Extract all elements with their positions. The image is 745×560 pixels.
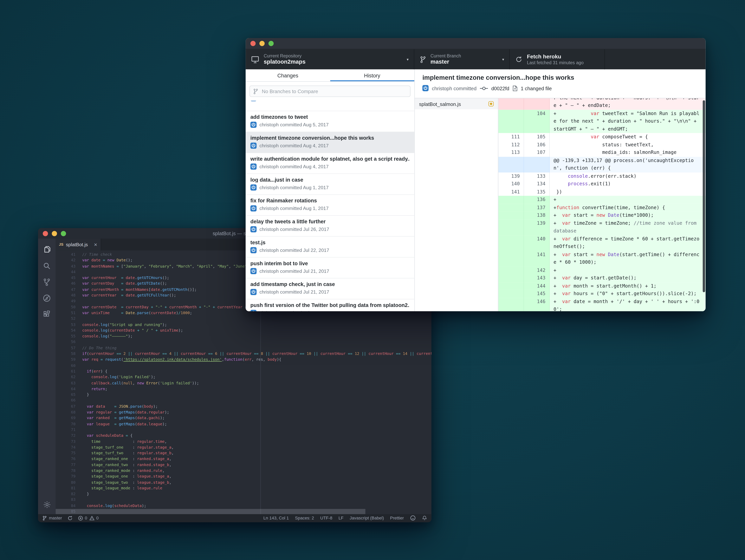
repository-label: Current Repository: [264, 53, 305, 59]
code-line: 55console.log("——————");: [56, 334, 431, 340]
code-line: 62 console.log('Login Failed');: [56, 374, 431, 380]
status-branch[interactable]: master: [42, 516, 62, 521]
commit-row[interactable]: add timestamp check, just in casechristo…: [246, 278, 414, 300]
tab-changes[interactable]: Changes: [246, 69, 330, 81]
modified-file-icon: [488, 101, 494, 106]
tab-history[interactable]: History: [330, 69, 414, 81]
line-number: 51: [56, 310, 82, 316]
diff-row: e + " – " + endDate;: [498, 102, 706, 110]
commit-row[interactable]: push interim bot to livechristoph commit…: [246, 257, 414, 278]
diff-row: 144+ var month = start.getMonth() + 1;: [498, 282, 706, 290]
code-line: 63 callback.call(null, new Error('Login …: [56, 380, 431, 386]
old-line-number: [498, 235, 524, 251]
history-panel: Changes History christoph committed Aug …: [246, 69, 415, 311]
old-line-number: 111: [498, 133, 524, 141]
vertical-scrollbar[interactable]: [703, 100, 705, 292]
desktop: splatBot.js — splato: [0, 0, 745, 560]
line-number: 47: [56, 287, 82, 293]
old-line-number: 113: [498, 149, 524, 157]
new-line-number: 141: [524, 251, 550, 267]
new-line-number: 136: [524, 196, 550, 204]
commit-row-title: delay the tweets a little further: [251, 219, 410, 224]
commit-row[interactable]: push first version of the Twitter bot pu…: [246, 300, 414, 311]
line-number: 46: [56, 281, 82, 287]
line-number: 43: [56, 263, 82, 269]
commit-row[interactable]: christoph committed Aug 5, 2017: [246, 101, 414, 111]
status-problems[interactable]: 0 0: [77, 516, 99, 521]
status-language[interactable]: Javascript (Babel): [350, 516, 384, 520]
close-tab-icon[interactable]: ✕: [94, 242, 97, 247]
status-bar: master 0 0 Ln 143, Col 1 Spaces: 2: [38, 514, 431, 522]
close-window-button[interactable]: [43, 231, 48, 236]
status-cursor-position[interactable]: Ln 143, Col 1: [263, 516, 289, 520]
commit-row[interactable]: add timezones to tweetchristoph committe…: [246, 111, 414, 132]
new-line-number: 135: [524, 188, 550, 196]
minimize-window-button[interactable]: [259, 41, 265, 46]
diff-row: 142+: [498, 267, 706, 274]
feedback-smiley-icon[interactable]: [410, 515, 416, 521]
status-sync[interactable]: [67, 516, 72, 521]
code-line: 69 var ranked = getMaps(data.gachi);: [56, 415, 431, 421]
commit-row-meta: christoph committed Jul 20, 2017: [251, 310, 410, 311]
line-number: 65: [56, 392, 82, 398]
old-line-number: [498, 251, 524, 267]
diff-view[interactable]: r the next " + duration + " hours." + "\…: [498, 98, 706, 311]
commit-row[interactable]: fix for Rainmaker rotationschristoph com…: [246, 195, 414, 216]
old-line-number: 140: [498, 180, 524, 188]
repository-selector[interactable]: Current Repository splatoon2maps ▾: [246, 50, 414, 69]
branch-compare-box[interactable]: [250, 86, 411, 97]
new-line-number: 146: [524, 298, 550, 311]
line-number: 42: [56, 258, 82, 263]
line-number: 84: [56, 503, 82, 509]
notifications-bell-icon[interactable]: [422, 515, 427, 521]
zoom-window-button[interactable]: [268, 41, 274, 46]
source-control-icon[interactable]: [42, 277, 52, 287]
github-desktop-window: Current Repository splatoon2maps ▾ Curre…: [246, 38, 706, 311]
settings-gear-icon[interactable]: [42, 500, 52, 509]
minimize-window-button[interactable]: [52, 231, 57, 236]
avatar-icon: [251, 101, 257, 101]
commit-row[interactable]: delay the tweets a little furtherchristo…: [246, 216, 414, 237]
line-number: 62: [56, 374, 82, 380]
line-number: 61: [56, 369, 82, 374]
file-row[interactable]: splatBot_salmon.js: [415, 98, 498, 109]
status-encoding[interactable]: UTF-8: [320, 516, 332, 520]
search-icon[interactable]: [42, 261, 52, 270]
status-formatter[interactable]: Prettier: [390, 516, 404, 520]
line-number: 58: [56, 351, 82, 357]
diff-row: 137+function convertTime(time, timeZone)…: [498, 204, 706, 211]
code-line: 61 if(err) {: [56, 369, 431, 374]
branch-selector[interactable]: Current Branch master ▾: [414, 50, 510, 69]
code-line: 73 time : regular.time,: [56, 439, 431, 445]
status-eol[interactable]: LF: [338, 516, 344, 520]
new-line-number: 133: [524, 172, 550, 180]
old-line-number: [498, 110, 524, 133]
line-number: 45: [56, 275, 82, 281]
code-line: 78 stage_ranked_mode : ranked.rule,: [56, 468, 431, 474]
horizontal-scrollbar[interactable]: [56, 509, 365, 514]
zoom-window-button[interactable]: [61, 231, 66, 236]
close-window-button[interactable]: [251, 41, 256, 46]
debug-icon[interactable]: [42, 293, 52, 303]
avatar-icon: [251, 205, 257, 212]
js-file-icon: JS: [59, 242, 64, 247]
line-number: 70: [56, 421, 82, 427]
commit-row[interactable]: test.jschristoph committed Jul 22, 2017: [246, 237, 414, 258]
commit-row[interactable]: write authentication module for splatnet…: [246, 153, 414, 174]
explorer-icon[interactable]: [42, 245, 52, 254]
commit-row[interactable]: log data...just in casechristoph committ…: [246, 174, 414, 195]
extensions-icon[interactable]: [42, 309, 52, 319]
code-line: 80 stage_league_two : league.stage_b,: [56, 480, 431, 486]
tab-splatbot-js[interactable]: JS splatBot.js ✕: [56, 239, 101, 250]
window-controls: [246, 41, 273, 46]
status-indentation[interactable]: Spaces: 2: [295, 516, 314, 520]
commit-title: implement timezone conversion...hope thi…: [422, 74, 698, 81]
compare-branches-input[interactable]: [261, 88, 407, 94]
code-line: 56: [56, 340, 431, 345]
commit-row[interactable]: implement timezone conversion...hope thi…: [246, 132, 414, 153]
fetch-button[interactable]: Fetch heroku Last fetched 31 minutes ago: [510, 50, 605, 69]
github-titlebar[interactable]: [246, 38, 706, 50]
file-name: splatBot_salmon.js: [419, 101, 461, 106]
commit-sha[interactable]: d0022fd: [491, 85, 509, 91]
old-line-number: [498, 212, 524, 219]
